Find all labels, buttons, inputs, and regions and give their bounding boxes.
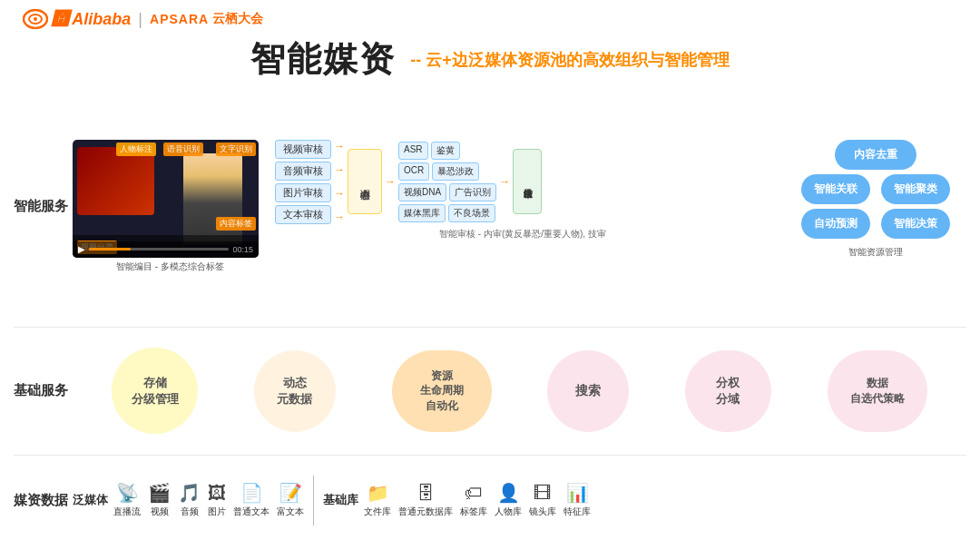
sr-row-top: 内容去重: [835, 140, 916, 170]
jichu-ku-group: 基础库: [323, 492, 358, 508]
sr-bubble-juece: 智能决策: [881, 209, 950, 239]
content-area: 智能服务 人物标注 语音识别: [0, 90, 980, 550]
play-icon: ▶: [78, 244, 85, 254]
putong-meta-icon: 🗄: [416, 483, 435, 504]
icon-jingtouiku: 🎞 镜头库: [529, 483, 556, 518]
audio-label: 音频: [181, 506, 199, 518]
image-label: 图片: [208, 506, 226, 518]
meizi-shuju-row: 媒资数据 泛媒体 📡 直播流 🎬 视频: [14, 456, 966, 545]
subtitle: -- 云+边泛媒体资源池的高效组织与智能管理: [410, 49, 730, 71]
icon-tezhengku: 📊 特征库: [564, 482, 591, 518]
icon-wenjianku: 📁 文件库: [364, 482, 391, 518]
tag-wenzi: 文字识别: [216, 142, 256, 156]
process-row4: 媒体黑库 不良场景: [398, 204, 496, 222]
process-row1: ASR 鉴黄: [398, 142, 496, 160]
audit-section: 视频审核 音频审核 图片审核 文本审核 → → → →: [275, 140, 770, 241]
jichu-bubbles: 存储分级管理 动态元数据 资源生命周期自动化 搜索 分权分域 数据自选代策略: [73, 343, 966, 438]
sr-row-bot: 自动预测 智能决策: [801, 209, 950, 239]
meizi-divider: [313, 476, 314, 525]
process-col: ASR 鉴黄 OCR 暴恐涉政 视频DNA 广告识别: [398, 142, 496, 222]
wenjianku-icon: 📁: [367, 482, 389, 504]
video-bg-art: [77, 147, 154, 215]
meizi-shuju-label: 媒资数据: [14, 492, 73, 509]
arrow1: →: [334, 140, 345, 152]
icon-renwuku: 👤 人物库: [495, 482, 522, 518]
audit-items-col: 视频审核 音频审核 图片审核 文本审核: [275, 140, 331, 224]
smart-resource-section: 内容去重 智能关联 智能聚类 自动预测 智能决策 智能资源管理: [785, 140, 966, 259]
tezhengku-icon: 📊: [566, 482, 589, 504]
icon-biaoqianku: 🏷 标签库: [460, 483, 487, 518]
sr-row-mid: 智能关联 智能聚类: [801, 174, 950, 204]
time-display: 00:15: [232, 245, 253, 254]
zhibo-label: 直播流: [113, 506, 141, 518]
alibaba-icon: [23, 9, 48, 29]
p-guanggao: 广告识别: [449, 183, 496, 201]
bubble-fenquan: 分权分域: [685, 350, 771, 432]
putong-meta-label: 普通元数据库: [398, 506, 453, 518]
alibaba-logo: 🅰 Alibaba: [23, 9, 131, 29]
video-panel: 人物标注 语音识别 文字识别 内容标签 视频分类 ▶ 00: [73, 140, 259, 258]
progress-fill: [89, 248, 131, 250]
richtext-icon: 📝: [279, 482, 302, 504]
arrow-right-final: →: [499, 175, 510, 188]
image-icon: 🖼: [208, 483, 226, 504]
fanmeiti-icons: 📡 直播流 🎬 视频 🎵 音频 🖼 图片: [113, 482, 304, 518]
jichu-fuwu-body: 存储分级管理 动态元数据 资源生命周期自动化 搜索 分权分域 数据自选代策略: [73, 338, 966, 444]
arrows-col: → → → →: [334, 140, 345, 223]
video-icon: 🎬: [148, 482, 171, 504]
video-person: [183, 153, 242, 244]
header: 🅰 Alibaba | APSARA 云栖大会: [0, 0, 980, 33]
sr-bubble-julei: 智能聚类: [881, 174, 950, 204]
icon-text: 📄 普通文本: [233, 482, 270, 518]
tag-yuyin: 语音识别: [163, 142, 203, 156]
bubble-lifecycle: 资源生命周期自动化: [392, 350, 492, 432]
zhineng-fuwu-label: 智能服务: [14, 198, 73, 215]
apsara-text: APSARA: [150, 12, 209, 26]
title-area: 智能媒资 -- 云+边泛媒体资源池的高效组织与智能管理: [0, 33, 980, 90]
icon-video: 🎬 视频: [148, 482, 171, 518]
p-blacklib: 媒体黑库: [398, 204, 446, 222]
meizi-shuju-body: 泛媒体 📡 直播流 🎬 视频 🎵 音频: [73, 467, 966, 535]
wenjianku-label: 文件库: [364, 506, 391, 518]
bubble-storage: 存储分级管理: [112, 348, 198, 434]
bubble-data: 数据自选代策略: [828, 350, 927, 432]
audit-item-video: 视频审核: [275, 140, 331, 159]
icon-putong-meta: 🗄 普通元数据库: [398, 483, 453, 518]
video-controls: ▶ 00:15: [73, 241, 259, 258]
audio-icon: 🎵: [178, 482, 201, 504]
text-label: 普通文本: [233, 506, 270, 518]
jichu-fuwu-label: 基础服务: [14, 382, 73, 399]
arrow2: →: [334, 163, 345, 176]
page-wrapper: 🅰 Alibaba | APSARA 云栖大会 智能媒资 -- 云+边泛媒体资源…: [0, 0, 980, 550]
audit-item-audio: 音频审核: [275, 162, 331, 181]
jichu-ku-label: 基础库: [323, 492, 358, 508]
arrow3: →: [334, 187, 345, 200]
bubble-dynamic: 动态元数据: [254, 350, 336, 432]
audit-flow: 视频审核 音频审核 图片审核 文本审核 → → → →: [275, 140, 770, 224]
icon-image: 🖼 图片: [208, 483, 226, 518]
smart-service-content: 人物标注 语音识别 文字识别 内容标签 视频分类 ▶ 00: [73, 140, 966, 273]
audit-item-text: 文本审核: [275, 205, 331, 224]
p-bad: 不良场景: [448, 204, 495, 222]
zhineng-fuwu-body: 人物标注 语音识别 文字识别 内容标签 视频分类 ▶ 00: [73, 134, 966, 279]
arrow4: →: [334, 211, 345, 223]
main-title: 智能媒资: [250, 36, 396, 83]
tag-renwu: 人物标注: [116, 142, 156, 156]
p-jianlv: 鉴黄: [431, 142, 460, 160]
richtext-label: 富文本: [277, 506, 304, 518]
shenhe-box: 综合决策审核结果: [513, 149, 542, 214]
arrow-mid: →: [385, 175, 396, 188]
sr-bubble-guanlian: 智能关联: [801, 174, 870, 204]
renwuku-label: 人物库: [495, 506, 522, 518]
logo-separator: |: [138, 10, 142, 29]
yunqi-text: 云栖大会: [212, 11, 263, 27]
p-baokong: 暴恐涉政: [432, 162, 479, 181]
jingtouku-icon: 🎞: [534, 483, 552, 504]
svg-point-2: [34, 17, 37, 21]
video-section: 人物标注 语音识别 文字识别 内容标签 视频分类 ▶ 00: [73, 140, 268, 273]
process-row3: 视频DNA 广告识别: [398, 183, 496, 201]
tezhengku-label: 特征库: [564, 506, 591, 518]
bubble-search: 搜索: [547, 350, 629, 432]
biaoqianku-label: 标签库: [460, 506, 487, 518]
p-asr: ASR: [398, 142, 428, 160]
